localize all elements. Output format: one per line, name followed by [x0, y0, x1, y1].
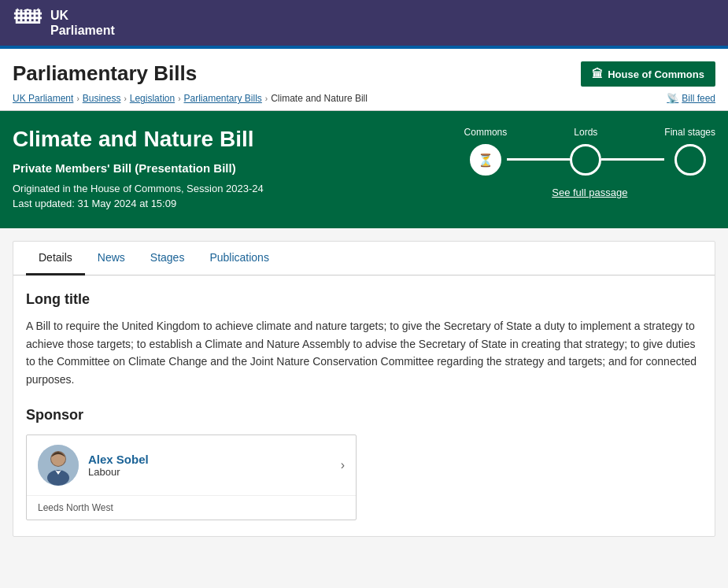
svg-rect-6	[14, 13, 42, 15]
bill-header: Climate and Nature Bill Private Members'…	[0, 111, 728, 228]
sponsor-card[interactable]: Alex Sobel Labour › Leeds North West	[26, 435, 357, 520]
breadcrumb-sep-3: ›	[178, 94, 180, 103]
logo[interactable]: UK Parliament	[13, 8, 115, 38]
sponsor-heading: Sponsor	[26, 407, 702, 423]
bill-updated: Last updated: 31 May 2024 at 15:09	[13, 198, 264, 209]
breadcrumb-area: UK Parliament › Business › Legislation ›…	[0, 87, 728, 111]
breadcrumb-legislation[interactable]: Legislation	[130, 93, 175, 104]
house-of-commons-badge[interactable]: 🏛 House of Commons	[581, 61, 715, 87]
progress-tracker: Commons ⏳ Lords Final stages See full pa…	[464, 127, 715, 198]
bill-feed-label: Bill feed	[682, 93, 715, 104]
bill-feed-link[interactable]: 📡 Bill feed	[667, 93, 715, 104]
sponsor-constituency: Leeds North West	[27, 496, 356, 520]
stage-commons-label: Commons	[464, 127, 508, 138]
stage-lords: Lords	[570, 127, 601, 176]
chevron-right-icon: ›	[341, 458, 345, 472]
breadcrumb-current: Climate and Nature Bill	[271, 93, 368, 104]
breadcrumb-parliamentary-bills[interactable]: Parliamentary Bills	[183, 93, 261, 104]
sponsor-name: Alex Sobel	[88, 453, 331, 466]
rss-icon: 📡	[667, 93, 678, 104]
tab-details[interactable]: Details	[26, 242, 85, 276]
svg-rect-7	[14, 17, 42, 20]
portcullis-icon	[13, 8, 42, 38]
stage-lords-label: Lords	[574, 127, 597, 138]
tab-content-details: Long title A Bill to require the United …	[13, 276, 715, 536]
long-title-text: A Bill to require the United Kingdom to …	[26, 317, 702, 388]
breadcrumb-business[interactable]: Business	[83, 93, 121, 104]
sponsor-info: Alex Sobel Labour	[88, 453, 331, 478]
tab-publications[interactable]: Publications	[197, 242, 282, 276]
svg-rect-3	[29, 9, 31, 21]
tabs: Details News Stages Publications	[13, 242, 715, 276]
tab-news[interactable]: News	[85, 242, 138, 276]
sponsor-party: Labour	[88, 466, 331, 478]
connector-1	[507, 158, 570, 161]
stage-lords-circle	[570, 144, 601, 176]
page-title: Parliamentary Bills	[13, 61, 197, 86]
bill-header-left: Climate and Nature Bill Private Members'…	[13, 127, 264, 209]
stage-final: Final stages	[664, 127, 715, 176]
house-icon: 🏛	[592, 68, 603, 80]
top-navigation-bar: UK Parliament	[0, 0, 728, 46]
stage-commons-circle: ⏳	[470, 144, 501, 176]
progress-stages: Commons ⏳ Lords Final stages	[464, 127, 715, 176]
tab-stages[interactable]: Stages	[138, 242, 198, 276]
breadcrumb-sep-2: ›	[124, 94, 126, 103]
logo-text: UK Parliament	[50, 8, 115, 38]
sponsor-card-main: Alex Sobel Labour ›	[27, 435, 356, 496]
hourglass-icon: ⏳	[478, 153, 493, 168]
sponsor-avatar	[38, 445, 79, 486]
main-content: Details News Stages Publications Long ti…	[13, 241, 715, 537]
page-title-area: Parliamentary Bills 🏛 House of Commons	[0, 49, 728, 87]
breadcrumb-sep-1: ›	[76, 94, 79, 103]
house-badge-label: House of Commons	[608, 68, 704, 80]
bill-origin: Originated in the House of Commons, Sess…	[13, 183, 264, 194]
svg-rect-0	[16, 9, 18, 21]
stage-final-circle	[674, 144, 706, 176]
stage-commons: Commons ⏳	[464, 127, 508, 176]
bill-type: Private Members' Bill (Presentation Bill…	[13, 161, 264, 175]
breadcrumb: UK Parliament › Business › Legislation ›…	[13, 93, 368, 104]
svg-rect-2	[24, 9, 27, 21]
stage-final-label: Final stages	[664, 127, 715, 138]
connector-2	[601, 158, 664, 161]
breadcrumb-sep-4: ›	[265, 94, 268, 103]
svg-rect-8	[16, 21, 40, 24]
see-full-passage-link[interactable]: See full passage	[552, 187, 627, 198]
breadcrumb-uk-parliament[interactable]: UK Parliament	[13, 93, 73, 104]
svg-rect-5	[38, 9, 40, 21]
long-title-heading: Long title	[26, 291, 702, 308]
bill-title: Climate and Nature Bill	[13, 127, 264, 152]
